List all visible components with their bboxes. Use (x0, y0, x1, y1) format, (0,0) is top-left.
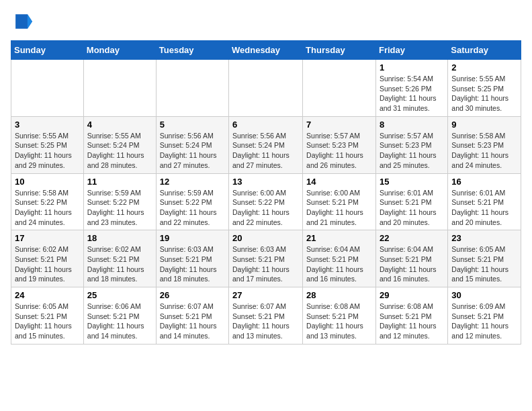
day-info: Sunrise: 5:58 AMSunset: 5:22 PMDaylight:… (15, 188, 80, 228)
calendar-cell: 30Sunrise: 6:09 AMSunset: 5:21 PMDayligh… (448, 287, 521, 345)
day-info: Sunrise: 6:00 AMSunset: 5:21 PMDaylight:… (306, 188, 372, 228)
week-row-2: 3Sunrise: 5:55 AMSunset: 5:25 PMDaylight… (11, 116, 521, 173)
calendar-cell: 12Sunrise: 5:59 AMSunset: 5:22 PMDayligh… (156, 173, 228, 230)
day-number: 13 (232, 177, 299, 187)
day-info: Sunrise: 5:59 AMSunset: 5:22 PMDaylight:… (87, 188, 152, 228)
day-info: Sunrise: 5:55 AMSunset: 5:25 PMDaylight:… (451, 74, 517, 113)
day-number: 22 (380, 233, 444, 243)
calendar-cell: 14Sunrise: 6:00 AMSunset: 5:21 PMDayligh… (303, 173, 376, 230)
calendar-cell (229, 60, 303, 117)
calendar-cell: 18Sunrise: 6:02 AMSunset: 5:21 PMDayligh… (83, 230, 156, 287)
day-number: 30 (451, 290, 517, 300)
day-number: 17 (15, 233, 80, 243)
day-number: 19 (160, 233, 225, 243)
header-friday: Friday (375, 41, 447, 60)
day-info: Sunrise: 6:05 AMSunset: 5:21 PMDaylight:… (451, 244, 517, 284)
header-wednesday: Wednesday (229, 41, 303, 60)
day-info: Sunrise: 5:54 AMSunset: 5:26 PMDaylight:… (380, 74, 444, 113)
day-number: 7 (306, 120, 372, 130)
day-number: 3 (15, 120, 80, 130)
calendar-cell: 1Sunrise: 5:54 AMSunset: 5:26 PMDaylight… (375, 60, 447, 117)
day-number: 28 (306, 290, 372, 300)
day-info: Sunrise: 6:02 AMSunset: 5:21 PMDaylight:… (87, 244, 152, 284)
week-row-1: 1Sunrise: 5:54 AMSunset: 5:26 PMDaylight… (11, 60, 521, 117)
calendar-cell (303, 60, 376, 117)
day-number: 16 (451, 177, 517, 187)
calendar-cell: 26Sunrise: 6:07 AMSunset: 5:21 PMDayligh… (156, 287, 228, 345)
calendar-cell: 7Sunrise: 5:57 AMSunset: 5:23 PMDaylight… (303, 116, 376, 173)
day-number: 23 (451, 233, 517, 243)
day-number: 5 (160, 120, 225, 130)
day-number: 26 (160, 290, 225, 300)
calendar-body: 1Sunrise: 5:54 AMSunset: 5:26 PMDaylight… (11, 60, 521, 345)
day-number: 6 (232, 120, 299, 130)
day-number: 25 (87, 290, 152, 300)
day-info: Sunrise: 6:04 AMSunset: 5:21 PMDaylight:… (380, 244, 444, 284)
calendar-cell: 10Sunrise: 5:58 AMSunset: 5:22 PMDayligh… (11, 173, 84, 230)
day-number: 20 (232, 233, 299, 243)
calendar-cell: 15Sunrise: 6:01 AMSunset: 5:21 PMDayligh… (375, 173, 447, 230)
day-number: 27 (232, 290, 299, 300)
calendar-cell (156, 60, 228, 117)
calendar-cell: 21Sunrise: 6:04 AMSunset: 5:21 PMDayligh… (303, 230, 376, 287)
day-number: 8 (380, 120, 444, 130)
day-info: Sunrise: 6:04 AMSunset: 5:21 PMDaylight:… (306, 244, 372, 284)
header-tuesday: Tuesday (156, 41, 228, 60)
day-number: 10 (15, 177, 80, 187)
week-row-4: 17Sunrise: 6:02 AMSunset: 5:21 PMDayligh… (11, 230, 521, 287)
calendar-cell: 23Sunrise: 6:05 AMSunset: 5:21 PMDayligh… (448, 230, 521, 287)
day-info: Sunrise: 6:09 AMSunset: 5:21 PMDaylight:… (451, 302, 517, 341)
calendar-cell: 6Sunrise: 5:56 AMSunset: 5:24 PMDaylight… (229, 116, 303, 173)
calendar-cell: 2Sunrise: 5:55 AMSunset: 5:25 PMDaylight… (448, 60, 521, 117)
header-monday: Monday (83, 41, 156, 60)
calendar-cell: 8Sunrise: 5:57 AMSunset: 5:23 PMDaylight… (375, 116, 447, 173)
day-info: Sunrise: 6:00 AMSunset: 5:22 PMDaylight:… (232, 188, 299, 228)
calendar-cell: 11Sunrise: 5:59 AMSunset: 5:22 PMDayligh… (83, 173, 156, 230)
calendar-cell: 17Sunrise: 6:02 AMSunset: 5:21 PMDayligh… (11, 230, 84, 287)
day-info: Sunrise: 5:56 AMSunset: 5:24 PMDaylight:… (160, 131, 225, 171)
calendar-cell: 4Sunrise: 5:55 AMSunset: 5:24 PMDaylight… (83, 116, 156, 173)
calendar-table: SundayMondayTuesdayWednesdayThursdayFrid… (11, 40, 521, 345)
calendar-header: SundayMondayTuesdayWednesdayThursdayFrid… (11, 41, 521, 60)
calendar-cell: 9Sunrise: 5:58 AMSunset: 5:23 PMDaylight… (448, 116, 521, 173)
day-info: Sunrise: 6:01 AMSunset: 5:21 PMDaylight:… (380, 188, 444, 228)
day-info: Sunrise: 6:03 AMSunset: 5:21 PMDaylight:… (232, 244, 299, 284)
calendar-cell: 28Sunrise: 6:08 AMSunset: 5:21 PMDayligh… (303, 287, 376, 345)
day-info: Sunrise: 6:08 AMSunset: 5:21 PMDaylight:… (306, 302, 372, 341)
day-info: Sunrise: 5:55 AMSunset: 5:25 PMDaylight:… (15, 131, 80, 171)
day-info: Sunrise: 6:05 AMSunset: 5:21 PMDaylight:… (15, 302, 80, 341)
day-info: Sunrise: 6:06 AMSunset: 5:21 PMDaylight:… (87, 302, 152, 341)
calendar-cell: 27Sunrise: 6:07 AMSunset: 5:21 PMDayligh… (229, 287, 303, 345)
day-number: 24 (15, 290, 80, 300)
calendar-cell: 5Sunrise: 5:56 AMSunset: 5:24 PMDaylight… (156, 116, 228, 173)
day-number: 18 (87, 233, 152, 243)
header-row: SundayMondayTuesdayWednesdayThursdayFrid… (11, 41, 521, 60)
day-info: Sunrise: 6:02 AMSunset: 5:21 PMDaylight:… (15, 244, 80, 284)
calendar-cell: 24Sunrise: 6:05 AMSunset: 5:21 PMDayligh… (11, 287, 84, 345)
day-info: Sunrise: 5:57 AMSunset: 5:23 PMDaylight:… (380, 131, 444, 171)
day-info: Sunrise: 6:07 AMSunset: 5:21 PMDaylight:… (160, 302, 225, 341)
day-number: 2 (451, 62, 517, 73)
calendar-cell: 22Sunrise: 6:04 AMSunset: 5:21 PMDayligh… (375, 230, 447, 287)
calendar-cell: 25Sunrise: 6:06 AMSunset: 5:21 PMDayligh… (83, 287, 156, 345)
header-thursday: Thursday (303, 41, 376, 60)
week-row-5: 24Sunrise: 6:05 AMSunset: 5:21 PMDayligh… (11, 287, 521, 345)
day-number: 12 (160, 177, 225, 187)
day-number: 15 (380, 177, 444, 187)
logo-icon (11, 11, 32, 32)
day-info: Sunrise: 6:07 AMSunset: 5:21 PMDaylight:… (232, 302, 299, 341)
calendar-cell (83, 60, 156, 117)
day-number: 11 (87, 177, 152, 187)
calendar-cell: 29Sunrise: 6:08 AMSunset: 5:21 PMDayligh… (375, 287, 447, 345)
calendar-cell: 13Sunrise: 6:00 AMSunset: 5:22 PMDayligh… (229, 173, 303, 230)
day-info: Sunrise: 6:08 AMSunset: 5:21 PMDaylight:… (380, 302, 444, 341)
header-saturday: Saturday (448, 41, 521, 60)
day-number: 9 (451, 120, 517, 130)
svg-marker-1 (28, 14, 32, 28)
calendar-cell: 16Sunrise: 6:01 AMSunset: 5:21 PMDayligh… (448, 173, 521, 230)
calendar-cell (11, 60, 84, 117)
day-info: Sunrise: 5:56 AMSunset: 5:24 PMDaylight:… (232, 131, 299, 171)
day-info: Sunrise: 5:55 AMSunset: 5:24 PMDaylight:… (87, 131, 152, 171)
calendar-cell: 20Sunrise: 6:03 AMSunset: 5:21 PMDayligh… (229, 230, 303, 287)
day-info: Sunrise: 6:01 AMSunset: 5:21 PMDaylight:… (451, 188, 517, 228)
